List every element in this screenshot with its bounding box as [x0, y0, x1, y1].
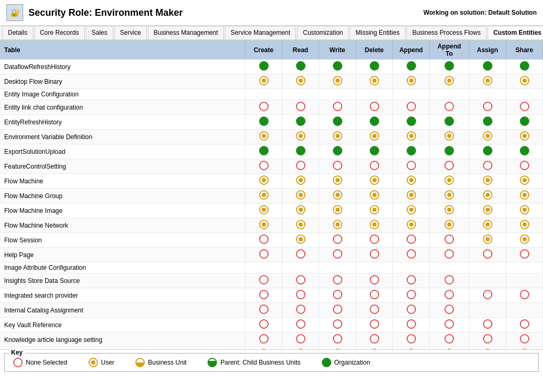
cell-read[interactable] — [282, 159, 319, 174]
cell-share[interactable] — [506, 233, 543, 248]
cell-read[interactable] — [282, 60, 319, 74]
none-permission-icon[interactable] — [445, 334, 454, 344]
cell-appendTo[interactable] — [430, 218, 469, 233]
cell-assign[interactable] — [469, 100, 506, 115]
cell-append[interactable] — [393, 233, 430, 248]
none-permission-icon[interactable] — [445, 161, 454, 170]
user-permission-icon[interactable] — [333, 220, 342, 229]
cell-append[interactable] — [393, 189, 430, 203]
org-permission-icon[interactable] — [296, 61, 305, 71]
cell-write[interactable] — [319, 288, 356, 303]
cell-share[interactable] — [506, 115, 543, 130]
tab-business-management[interactable]: Business Management — [148, 26, 224, 40]
cell-delete[interactable] — [356, 347, 393, 350]
cell-create[interactable] — [245, 115, 282, 130]
cell-delete[interactable] — [356, 174, 393, 189]
cell-delete[interactable] — [356, 60, 393, 74]
none-permission-icon[interactable] — [333, 249, 342, 259]
cell-write[interactable] — [319, 332, 356, 347]
none-permission-icon[interactable] — [259, 275, 269, 285]
cell-read[interactable] — [282, 347, 319, 350]
cell-assign[interactable] — [469, 144, 506, 159]
none-permission-icon[interactable] — [483, 334, 492, 344]
org-permission-icon[interactable] — [407, 61, 416, 71]
user-permission-icon[interactable] — [370, 220, 379, 229]
cell-appendTo[interactable] — [430, 189, 469, 203]
none-permission-icon[interactable] — [445, 319, 454, 329]
none-permission-icon[interactable] — [370, 319, 379, 329]
cell-share[interactable] — [506, 303, 543, 318]
none-permission-icon[interactable] — [333, 102, 342, 111]
cell-delete[interactable] — [356, 189, 393, 203]
cell-create[interactable] — [245, 130, 282, 144]
user-permission-icon[interactable] — [483, 131, 492, 141]
cell-delete[interactable] — [356, 262, 393, 273]
cell-assign[interactable] — [469, 288, 506, 303]
user-permission-icon[interactable] — [333, 131, 342, 141]
cell-read[interactable] — [282, 144, 319, 159]
user-permission-icon[interactable] — [370, 76, 379, 85]
user-permission-icon[interactable] — [333, 205, 342, 214]
org-permission-icon[interactable] — [407, 116, 416, 126]
user-permission-icon[interactable] — [407, 76, 416, 85]
cell-appendTo[interactable] — [430, 100, 469, 115]
user-permission-icon[interactable] — [483, 220, 492, 229]
cell-delete[interactable] — [356, 159, 393, 174]
none-permission-icon[interactable] — [333, 234, 342, 244]
org-permission-icon[interactable] — [370, 146, 379, 155]
none-permission-icon[interactable] — [370, 249, 379, 259]
cell-share[interactable] — [506, 248, 543, 262]
user-permission-icon[interactable] — [296, 76, 305, 85]
none-permission-icon[interactable] — [520, 102, 529, 111]
none-permission-icon[interactable] — [259, 249, 269, 259]
cell-delete[interactable] — [356, 100, 393, 115]
cell-share[interactable] — [506, 262, 543, 273]
cell-create[interactable] — [245, 174, 282, 189]
cell-share[interactable] — [506, 74, 543, 89]
none-permission-icon[interactable] — [296, 319, 305, 329]
none-permission-icon[interactable] — [483, 349, 492, 350]
cell-assign[interactable] — [469, 273, 506, 288]
cell-append[interactable] — [393, 89, 430, 100]
cell-assign[interactable] — [469, 174, 506, 189]
cell-write[interactable] — [319, 262, 356, 273]
user-permission-icon[interactable] — [370, 175, 379, 185]
table-container[interactable]: Table Create Read Write Delete Append Ap… — [0, 41, 543, 350]
user-permission-icon[interactable] — [520, 190, 529, 200]
user-permission-icon[interactable] — [483, 175, 492, 185]
cell-append[interactable] — [393, 130, 430, 144]
none-permission-icon[interactable] — [483, 249, 492, 259]
none-permission-icon[interactable] — [259, 161, 269, 170]
cell-create[interactable] — [245, 74, 282, 89]
cell-write[interactable] — [319, 233, 356, 248]
user-permission-icon[interactable] — [483, 76, 492, 85]
none-permission-icon[interactable] — [407, 290, 416, 299]
user-permission-icon[interactable] — [407, 131, 416, 141]
cell-delete[interactable] — [356, 248, 393, 262]
cell-appendTo[interactable] — [430, 115, 469, 130]
cell-read[interactable] — [282, 203, 319, 218]
org-permission-icon[interactable] — [483, 116, 492, 126]
user-permission-icon[interactable] — [370, 131, 379, 141]
none-permission-icon[interactable] — [296, 305, 305, 314]
user-permission-icon[interactable] — [407, 220, 416, 229]
cell-assign[interactable] — [469, 318, 506, 332]
cell-appendTo[interactable] — [430, 332, 469, 347]
user-permission-icon[interactable] — [520, 131, 529, 141]
cell-write[interactable] — [319, 89, 356, 100]
cell-append[interactable] — [393, 74, 430, 89]
cell-read[interactable] — [282, 189, 319, 203]
tab-business-process-flows[interactable]: Business Process Flows — [407, 26, 487, 40]
cell-append[interactable] — [393, 273, 430, 288]
none-permission-icon[interactable] — [296, 249, 305, 259]
cell-create[interactable] — [245, 303, 282, 318]
none-permission-icon[interactable] — [333, 319, 342, 329]
cell-read[interactable] — [282, 130, 319, 144]
user-permission-icon[interactable] — [259, 76, 269, 85]
cell-appendTo[interactable] — [430, 144, 469, 159]
user-permission-icon[interactable] — [333, 175, 342, 185]
cell-read[interactable] — [282, 233, 319, 248]
user-permission-icon[interactable] — [370, 190, 379, 200]
none-permission-icon[interactable] — [370, 305, 379, 314]
cell-appendTo[interactable] — [430, 233, 469, 248]
